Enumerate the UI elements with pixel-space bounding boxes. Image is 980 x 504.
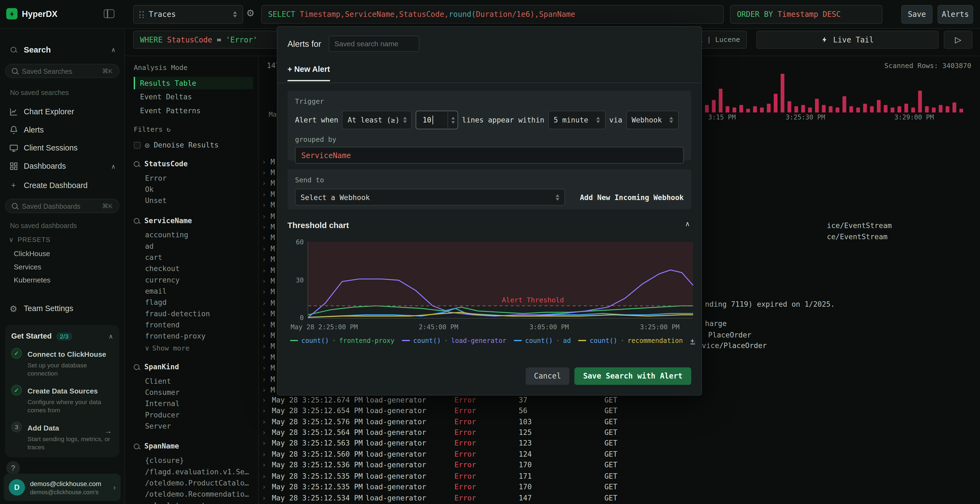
filter-value-calculate-quote[interactable]: calculate-quote: [134, 500, 253, 504]
analysis-mode-event-patterns[interactable]: Event Patterns: [134, 104, 253, 117]
filter-value-client[interactable]: Client: [134, 375, 253, 387]
table-row-partial[interactable]: ›M: [262, 297, 275, 308]
alerts-button[interactable]: Alerts: [937, 5, 973, 24]
table-row-partial[interactable]: ›M: [262, 189, 275, 200]
source-select[interactable]: Traces: [133, 5, 243, 24]
analysis-mode-results-table[interactable]: Results Table: [134, 77, 253, 89]
sidebar-toggle-icon[interactable]: [104, 9, 115, 18]
saved-search-name-input[interactable]: Saved search name: [329, 36, 420, 52]
preset-kubernetes[interactable]: Kubernetes: [5, 274, 119, 286]
cancel-button[interactable]: Cancel: [526, 367, 570, 385]
preset-services[interactable]: Services: [5, 261, 119, 273]
help-button[interactable]: ?: [6, 461, 20, 475]
show-more-button[interactable]: ∨Show more: [134, 342, 253, 352]
table-row-partial[interactable]: ›M: [262, 374, 275, 385]
legend-item-frontend-proxy[interactable]: count()·frontend-proxy: [290, 337, 395, 344]
preset-clickhouse[interactable]: ClickHouse: [5, 247, 119, 260]
grouped-by-input[interactable]: ServiceName: [295, 147, 684, 164]
filter-value-unset[interactable]: Unset: [134, 195, 253, 206]
table-row[interactable]: ›May 28 3:25:12.564 PMload-generatorErro…: [262, 427, 976, 438]
get-started-step-sources[interactable]: ✓ Create Data Sources Configure where yo…: [11, 385, 113, 414]
get-started-header[interactable]: Get Started 2/3 ∧: [11, 332, 113, 340]
condition-select[interactable]: At least (≥): [342, 110, 412, 129]
table-row[interactable]: ›May 28 3:25:12.535 PMload-generatorErro…: [262, 482, 976, 492]
filter-value-oteldemo-productcatalo[interactable]: /oteldemo.ProductCatalo…: [134, 477, 253, 488]
table-row-partial[interactable]: ›M: [262, 232, 275, 243]
filter-value-currency[interactable]: currency: [134, 274, 253, 285]
filter-value-flagd-evaluation-v1-se[interactable]: /flagd.evaluation.v1.Se…: [134, 466, 253, 477]
table-row[interactable]: ›May 28 3:25:12.536 PMload-generatorErro…: [262, 459, 976, 471]
filter-value-email[interactable]: email: [134, 285, 253, 297]
table-row[interactable]: ›May 28 3:25:12.674 PMload-generatorErro…: [262, 394, 976, 405]
table-row-partial[interactable]: ›M: [262, 384, 275, 395]
filter-value-checkout[interactable]: checkout: [134, 263, 253, 274]
filter-value-cart[interactable]: cart: [134, 252, 253, 263]
add-webhook-button[interactable]: Add New Incoming Webhook: [580, 193, 684, 201]
table-row-partial[interactable]: ›M: [262, 167, 275, 178]
save-search-with-alert-button[interactable]: Save Search with Alert: [574, 367, 691, 385]
user-menu[interactable]: D demos@clickhouse.com demos@clickhouse.…: [4, 474, 121, 501]
table-row[interactable]: ›May 28 3:25:12.576 PMload-generatorErro…: [262, 416, 976, 427]
refresh-icon[interactable]: ↻: [167, 126, 171, 134]
threshold-value-input[interactable]: 10: [416, 110, 458, 129]
create-dashboard-button[interactable]: + Create Dashboard: [5, 177, 119, 194]
legend-item-ad[interactable]: count()·ad: [514, 337, 571, 344]
sidebar-item-alerts[interactable]: Alerts: [5, 122, 119, 138]
get-started-step-connect[interactable]: ✓ Connect to ClickHouse Set up your data…: [11, 348, 113, 377]
table-row-partial[interactable]: ›M: [262, 243, 275, 254]
filter-value-internal[interactable]: Internal: [134, 398, 253, 409]
sidebar-item-team-settings[interactable]: ⚙ Team Settings: [5, 300, 119, 317]
table-row-partial[interactable]: ›M: [262, 330, 275, 341]
table-row-partial[interactable]: ›M: [262, 352, 275, 363]
filter-value-producer[interactable]: Producer: [134, 409, 253, 420]
sidebar-section-search[interactable]: Search ∧: [5, 41, 119, 58]
time-window-select[interactable]: 5 minute: [548, 110, 605, 129]
table-row[interactable]: ›May 28 3:25:12.560 PMload-generatorErro…: [262, 449, 976, 459]
table-row-partial[interactable]: ›M: [262, 319, 275, 330]
webhook-select[interactable]: Select a Webhook: [295, 189, 565, 205]
sql-columns-input[interactable]: SELECT Timestamp,ServiceName,StatusCode,…: [261, 5, 724, 24]
table-row-partial[interactable]: ›M: [262, 156, 275, 167]
filter-value-accounting[interactable]: accounting: [134, 229, 253, 240]
table-row-partial[interactable]: ›M: [262, 286, 275, 297]
legend-more-button[interactable]: +3 more: [690, 337, 695, 344]
sidebar-item-chart-explorer[interactable]: Chart Explorer: [5, 104, 119, 120]
filter-value-ok[interactable]: Ok: [134, 184, 253, 195]
sidebar-item-client-sessions[interactable]: Client Sessions: [5, 140, 119, 156]
table-row-partial[interactable]: ›M: [262, 363, 275, 374]
source-settings-gear-icon[interactable]: ⚙: [247, 8, 255, 17]
hyperdx-logo[interactable]: HyperDX: [6, 8, 57, 19]
denoise-results-checkbox[interactable]: ◎ Denoise Results: [134, 141, 253, 149]
order-by-input[interactable]: ORDER BY Timestamp DESC: [730, 5, 883, 24]
table-row-partial[interactable]: ›M: [262, 178, 275, 189]
filter-value-server[interactable]: Server: [134, 420, 253, 432]
tab-new-alert[interactable]: + New Alert: [288, 65, 330, 81]
saved-dashboards-input[interactable]: Saved Dashboards ⌘K: [5, 199, 119, 213]
table-row[interactable]: ›May 28 3:25:12.654 PMload-generatorErro…: [262, 405, 976, 416]
channel-select[interactable]: Webhook: [626, 110, 679, 129]
table-row-partial[interactable]: ›M: [262, 211, 275, 221]
table-row-partial[interactable]: ›M: [262, 200, 275, 211]
table-row-partial[interactable]: ›M: [262, 265, 275, 276]
table-row-partial[interactable]: ›M: [262, 308, 275, 319]
filter-value-closure[interactable]: {closure}: [134, 455, 253, 466]
table-row-partial[interactable]: ›M: [262, 276, 275, 286]
filter-value-flagd[interactable]: flagd: [134, 297, 253, 308]
time-histogram[interactable]: [705, 60, 974, 112]
filter-value-oteldemo-recommendatio[interactable]: /oteldemo.Recommendatio…: [134, 488, 253, 500]
table-row-partial[interactable]: ›M: [262, 254, 275, 265]
filter-value-ad[interactable]: ad: [134, 240, 253, 252]
table-row-partial[interactable]: ›M: [262, 341, 275, 352]
sidebar-item-dashboards[interactable]: Dashboards ∧: [5, 158, 119, 175]
number-stepper[interactable]: [447, 111, 458, 129]
filter-value-consumer[interactable]: Consumer: [134, 387, 253, 398]
filter-value-error[interactable]: Error: [134, 173, 253, 184]
table-row[interactable]: ›May 28 3:25:12.534 PMload-generatorErro…: [262, 492, 976, 503]
filter-value-frontend[interactable]: frontend: [134, 319, 253, 331]
table-row-partial[interactable]: ›M: [262, 221, 275, 232]
get-started-step-add-data[interactable]: 3 Add Data Start sending logs, metrics, …: [11, 422, 113, 451]
presets-header[interactable]: ∨ PRESETS: [5, 236, 119, 243]
filter-value-frontend-proxy[interactable]: frontend-proxy: [134, 331, 253, 342]
save-button[interactable]: Save: [901, 5, 932, 24]
live-tail-button[interactable]: Live Tail: [756, 30, 939, 49]
